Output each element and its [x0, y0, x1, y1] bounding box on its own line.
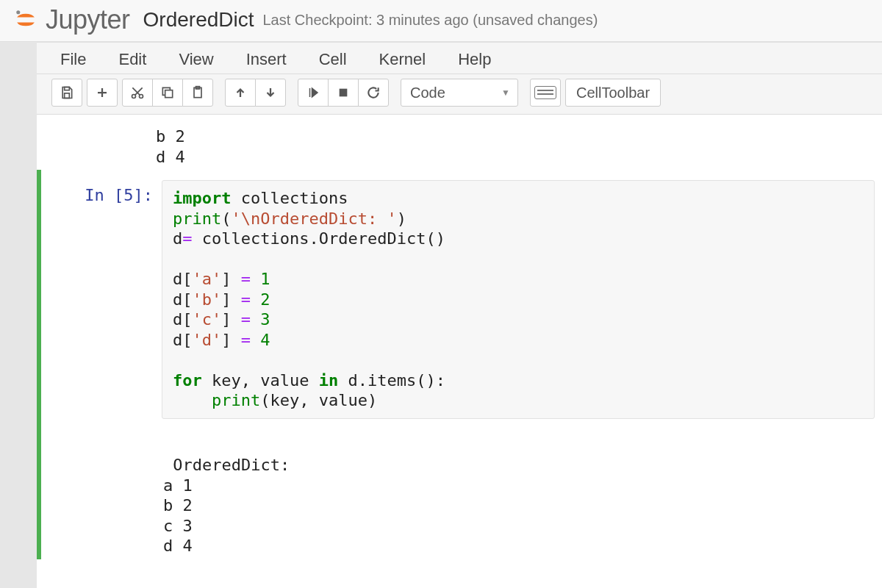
- output-area: OrderedDict: a 1 b 2 c 3 d 4: [44, 429, 875, 559]
- scissors-icon: [130, 85, 145, 100]
- copy-button[interactable]: [152, 79, 183, 107]
- run-group: [298, 79, 389, 107]
- notebook-container: b 2 d 4 In [5]: import collections print…: [37, 115, 882, 588]
- menu-help[interactable]: Help: [456, 47, 492, 72]
- stdout-prev: b 2 d 4: [154, 121, 196, 170]
- cell-type-value: Code: [410, 85, 445, 101]
- arrow-up-icon: [234, 86, 247, 99]
- run-button[interactable]: [298, 79, 329, 107]
- svg-rect-8: [340, 89, 348, 97]
- plus-icon: [96, 86, 109, 99]
- input-prompt: In [5]:: [44, 180, 162, 419]
- interrupt-button[interactable]: [328, 79, 359, 107]
- notebook-header: Jupyter OrderedDict Last Checkpoint: 3 m…: [0, 0, 882, 42]
- cell-toolbar-button[interactable]: CellToolbar: [565, 79, 661, 107]
- input-area: In [5]: import collections print('\nOrde…: [44, 170, 875, 429]
- svg-rect-1: [65, 87, 70, 90]
- svg-rect-2: [65, 93, 70, 98]
- jupyter-wordmark: Jupyter: [46, 4, 130, 35]
- menu-file[interactable]: File: [59, 47, 87, 72]
- menu-view[interactable]: View: [177, 47, 215, 72]
- menu-edit[interactable]: Edit: [117, 47, 148, 72]
- code-editor[interactable]: import collections print('\nOrderedDict:…: [162, 180, 875, 419]
- menubar: File Edit View Insert Cell Kernel Help: [37, 42, 882, 74]
- paste-button[interactable]: [182, 79, 213, 107]
- move-up-button[interactable]: [225, 79, 256, 107]
- move-down-button[interactable]: [255, 79, 286, 107]
- command-palette-button[interactable]: [530, 79, 561, 107]
- jupyter-icon: [13, 7, 38, 32]
- copy-icon: [160, 85, 175, 100]
- cell-type-select[interactable]: Code: [401, 79, 518, 107]
- checkpoint-status: Last Checkpoint: 3 minutes ago (unsaved …: [263, 12, 598, 29]
- save-icon: [60, 85, 74, 100]
- code-cell-selected[interactable]: In [5]: import collections print('\nOrde…: [37, 170, 882, 559]
- save-button[interactable]: [51, 79, 82, 107]
- stdout: OrderedDict: a 1 b 2 c 3 d 4: [162, 429, 309, 559]
- svg-point-0: [16, 10, 20, 14]
- previous-cell-output: b 2 d 4: [37, 115, 882, 170]
- svg-rect-5: [165, 90, 173, 98]
- menu-insert[interactable]: Insert: [245, 47, 288, 72]
- keyboard-icon: [534, 86, 556, 99]
- notebook-name[interactable]: OrderedDict: [143, 8, 254, 32]
- insert-cell-button[interactable]: [87, 79, 118, 107]
- jupyter-logo[interactable]: Jupyter: [13, 4, 130, 35]
- stop-icon: [337, 87, 349, 98]
- arrow-down-icon: [264, 86, 277, 99]
- run-icon: [306, 86, 320, 99]
- restart-icon: [366, 85, 381, 100]
- menu-cell[interactable]: Cell: [318, 47, 348, 72]
- paste-icon: [190, 85, 205, 100]
- toolbar: Code CellToolbar: [37, 74, 882, 115]
- clipboard-group: [122, 79, 213, 107]
- move-group: [225, 79, 286, 107]
- restart-button[interactable]: [358, 79, 389, 107]
- cut-button[interactable]: [122, 79, 153, 107]
- menu-kernel[interactable]: Kernel: [378, 47, 428, 72]
